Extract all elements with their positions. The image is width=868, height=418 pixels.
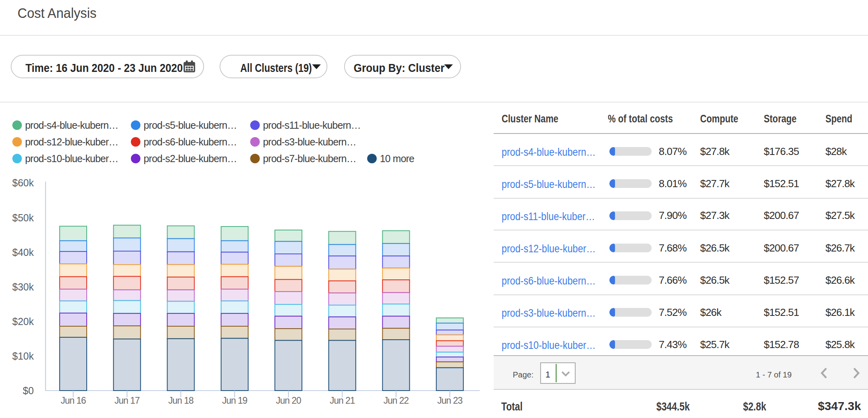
svg-text:$10k: $10k	[12, 350, 34, 362]
svg-text:Jun 17: Jun 17	[115, 395, 140, 406]
svg-text:Jun 19: Jun 19	[222, 395, 247, 406]
svg-text:Jun 20: Jun 20	[276, 395, 301, 406]
svg-text:Jun 22: Jun 22	[383, 395, 409, 406]
svg-text:$60k: $60k	[12, 177, 34, 188]
svg-text:$0: $0	[23, 385, 34, 396]
svg-text:$50k: $50k	[12, 212, 34, 223]
svg-text:$20k: $20k	[12, 316, 34, 327]
svg-text:$30k: $30k	[12, 281, 34, 292]
svg-text:Jun 23: Jun 23	[437, 395, 462, 406]
svg-text:Jun 16: Jun 16	[60, 395, 86, 406]
svg-text:Jun 21: Jun 21	[330, 395, 355, 406]
svg-text:$40k: $40k	[12, 247, 34, 258]
svg-text:Jun 18: Jun 18	[168, 395, 193, 406]
